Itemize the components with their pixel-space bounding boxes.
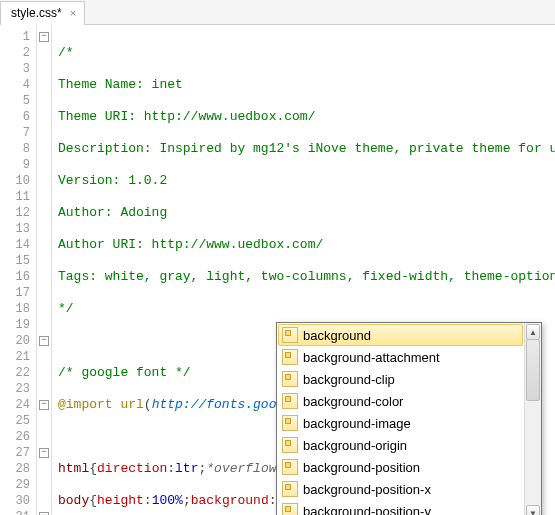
line-number: 12 [8, 205, 30, 221]
tab-stylecss[interactable]: style.css* × [0, 1, 85, 25]
property-icon [282, 415, 298, 431]
property-icon [282, 459, 298, 475]
code-editor[interactable]: 1 2 3 4 5 6 7 8 9 10 11 12 13 14 15 16 1… [0, 25, 555, 515]
line-number: 7 [8, 125, 30, 141]
autocomplete-item[interactable]: background-origin [278, 434, 523, 456]
autocomplete-item[interactable]: background-position-x [278, 478, 523, 500]
css-selector: body [58, 493, 89, 508]
property-icon [282, 481, 298, 497]
comment: Description: Inspired by mg12's iNove th… [58, 141, 555, 156]
line-number: 30 [8, 493, 30, 509]
line-number: 28 [8, 461, 30, 477]
line-number: 21 [8, 349, 30, 365]
comment: Author URI: http://www.uedbox.com/ [58, 237, 323, 252]
at-import: @import [58, 397, 113, 412]
line-number: 3 [8, 61, 30, 77]
property-icon [282, 327, 298, 343]
line-number: 20 [8, 333, 30, 349]
line-number: 10 [8, 173, 30, 189]
scroll-down-icon[interactable]: ▼ [526, 505, 540, 515]
line-number: 26 [8, 429, 30, 445]
line-number: 5 [8, 93, 30, 109]
line-number: 14 [8, 237, 30, 253]
autocomplete-item[interactable]: background-position-y [278, 500, 523, 515]
line-number: 25 [8, 413, 30, 429]
property-icon [282, 503, 298, 515]
autocomplete-scrollbar[interactable]: ▲ ▼ [524, 323, 541, 515]
comment: Tags: white, gray, light, two-columns, f… [58, 269, 555, 284]
property-icon [282, 371, 298, 387]
autocomplete-popup[interactable]: background background-attachment backgro… [276, 322, 542, 515]
property-icon [282, 437, 298, 453]
line-number: 22 [8, 365, 30, 381]
fold-toggle[interactable]: − [39, 400, 49, 410]
line-number: 15 [8, 253, 30, 269]
line-number: 18 [8, 301, 30, 317]
fold-toggle[interactable]: − [39, 32, 49, 42]
css-selector: html [58, 461, 89, 476]
autocomplete-item[interactable]: background-attachment [278, 346, 523, 368]
comment: Theme URI: http://www.uedbox.com/ [58, 109, 315, 124]
tab-bar: style.css* × [0, 0, 555, 25]
line-number: 31 [8, 509, 30, 515]
line-number: 27 [8, 445, 30, 461]
line-number: 17 [8, 285, 30, 301]
comment: /* [58, 45, 74, 60]
fold-toggle[interactable]: − [39, 448, 49, 458]
scroll-thumb[interactable] [526, 339, 540, 401]
autocomplete-item[interactable]: background [278, 324, 523, 346]
line-number: 19 [8, 317, 30, 333]
line-number: 1 [8, 29, 30, 45]
line-number-gutter: 1 2 3 4 5 6 7 8 9 10 11 12 13 14 15 16 1… [0, 25, 37, 515]
autocomplete-list: background background-attachment backgro… [277, 323, 524, 515]
tab-label: style.css* [11, 6, 62, 20]
line-number: 29 [8, 477, 30, 493]
line-number: 23 [8, 381, 30, 397]
comment: Version: 1.0.2 [58, 173, 167, 188]
fold-toggle[interactable]: − [39, 336, 49, 346]
line-number: 6 [8, 109, 30, 125]
line-number: 11 [8, 189, 30, 205]
comment: Theme Name: inet [58, 77, 183, 92]
close-icon[interactable]: × [68, 7, 78, 19]
autocomplete-item[interactable]: background-clip [278, 368, 523, 390]
comment: /* google font */ [58, 365, 191, 380]
line-number: 4 [8, 77, 30, 93]
autocomplete-item[interactable]: background-position [278, 456, 523, 478]
line-number: 24 [8, 397, 30, 413]
line-number: 13 [8, 221, 30, 237]
fold-gutter: − − − − − [37, 25, 52, 515]
comment: */ [58, 301, 74, 316]
line-number: 8 [8, 141, 30, 157]
line-number: 16 [8, 269, 30, 285]
comment: Author: Adoing [58, 205, 167, 220]
property-icon [282, 393, 298, 409]
line-number: 2 [8, 45, 30, 61]
scroll-up-icon[interactable]: ▲ [526, 324, 540, 340]
autocomplete-item[interactable]: background-image [278, 412, 523, 434]
property-icon [282, 349, 298, 365]
line-number: 9 [8, 157, 30, 173]
autocomplete-item[interactable]: background-color [278, 390, 523, 412]
